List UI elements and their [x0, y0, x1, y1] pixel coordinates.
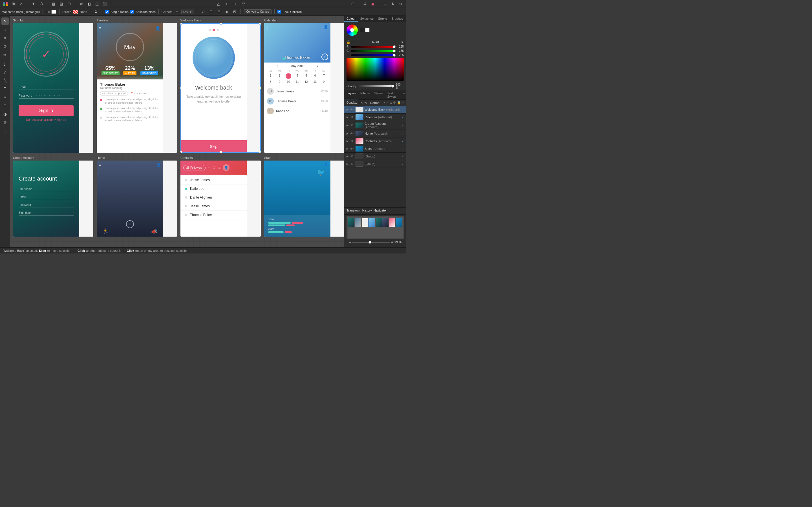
cal-day-9[interactable]: 9 [275, 79, 284, 84]
layer-check-7[interactable]: ✓ [402, 155, 404, 158]
contacts-content[interactable]: 25 Followers + ♡ ≡ 👤 Jesse James [181, 161, 261, 237]
layer-stats[interactable]: ▶ 👁 Stats (Artboard) ✓ [344, 145, 406, 153]
brush-tool[interactable]: ∫ [1, 60, 9, 67]
signin-button[interactable]: Sign in [18, 105, 73, 116]
grid-icon[interactable]: ⊞ [10, 1, 16, 7]
opacity-slider[interactable] [358, 86, 394, 87]
corner-style[interactable]: ⌐ [173, 9, 180, 15]
rect-tool[interactable]: □ [1, 102, 9, 109]
layer-lock-icon[interactable]: 🔒 [397, 101, 401, 105]
contact-jesse-james[interactable]: Jesse James [181, 176, 247, 184]
zoom-slider[interactable] [352, 242, 390, 243]
layer-check-3[interactable]: ✓ [402, 124, 404, 127]
rgb-lock-icon[interactable]: 🔒 [347, 40, 350, 44]
layer-vis-6[interactable]: 👁 [350, 147, 354, 151]
cal-add-btn[interactable]: + [321, 54, 328, 60]
home-menu-icon[interactable]: ≡ [99, 163, 101, 167]
layer-vis-5[interactable]: 👁 [350, 139, 354, 143]
text-tool[interactable]: T [1, 85, 9, 93]
colour-wheel[interactable] [347, 24, 358, 36]
insert-icon[interactable]: ⊕ [78, 1, 84, 7]
corner-opts3[interactable]: ⊞ [216, 9, 222, 15]
tab-effects[interactable]: Effects [358, 91, 372, 100]
tab-navigator[interactable]: Navigator [373, 209, 387, 212]
tab-brushes[interactable]: Brushes [389, 16, 405, 22]
cal-day-1[interactable]: 1 [266, 73, 275, 79]
create-account-content[interactable]: ← Create account User name Email Passwor… [13, 161, 93, 237]
blend-mode-val[interactable]: Normal [370, 101, 380, 105]
cal-day-14[interactable]: 14 [320, 79, 328, 84]
layer-add-icon[interactable]: + [384, 101, 385, 105]
signin-content[interactable]: ✓ Email • • • • • • • • • • Password • •… [13, 23, 93, 153]
layer-vis-2[interactable]: 👁 [350, 115, 354, 119]
paint-tool[interactable]: ✏ [1, 51, 9, 59]
tab-transform[interactable]: Transform [347, 209, 361, 212]
layer-contacts[interactable]: ▶ 👁 Contacts (Artboard) ✓ [344, 137, 406, 145]
gradient-tool[interactable]: ◑ [1, 110, 9, 118]
align4-icon[interactable]: ▽ [241, 1, 247, 7]
layer-expand-7[interactable]: ▶ [347, 155, 349, 158]
followers-btn[interactable]: 25 Followers [183, 165, 206, 170]
layer-check-1[interactable]: ✓ [402, 108, 404, 111]
rgb-mode-label[interactable]: RGB [372, 41, 379, 44]
contacts-menu-icon[interactable]: ≡ [218, 165, 220, 170]
layer-expand-2[interactable]: ▶ [347, 116, 349, 119]
contact-katie-lee[interactable]: Katie Lee [181, 184, 247, 193]
layer-vis-7[interactable]: 👁 [350, 155, 354, 158]
layer-home[interactable]: ▶ 👁 Home (Artboard) ✓ [344, 130, 406, 137]
layer-vis-4[interactable]: 👁 [350, 132, 354, 135]
cal-day-10[interactable]: 10 [284, 79, 293, 84]
cal-day-6[interactable]: 6 [311, 73, 319, 79]
layer-check-2[interactable]: ✓ [402, 116, 404, 119]
swatch-white[interactable] [365, 28, 370, 33]
cal-day-3[interactable]: 3 [286, 73, 291, 79]
single-radius-check[interactable] [105, 10, 109, 13]
layer-expand-3[interactable]: ▶ [347, 124, 349, 127]
tab-swatches[interactable]: Swatches [358, 16, 376, 22]
grid4-icon[interactable]: ⊡ [66, 1, 72, 7]
shape-tool[interactable]: △ [1, 94, 9, 101]
layer-expand-5[interactable]: ▶ [347, 140, 349, 143]
tab-text-styles[interactable]: Text Styles [385, 91, 402, 100]
r-slider[interactable] [351, 46, 396, 48]
cal-day-13[interactable]: 13 [311, 79, 319, 84]
select-tool[interactable]: ↖ [1, 17, 9, 25]
cal-back-icon[interactable]: ‹ [266, 25, 268, 30]
ca-back-icon[interactable]: ← [18, 166, 23, 171]
panel-settings-icon[interactable]: ≡ [405, 16, 406, 22]
corner-opts[interactable]: ⊙ [200, 9, 206, 15]
corner-opts5[interactable]: ⊠ [232, 9, 238, 15]
tab-styles[interactable]: Styles [372, 91, 385, 100]
layer-check-8[interactable]: ✓ [402, 163, 404, 166]
node-tool[interactable]: ◇ [1, 26, 9, 33]
layers-settings-icon[interactable]: ≡ [403, 92, 405, 98]
home-user-icon[interactable]: 👤 [156, 163, 161, 167]
corner-opts4[interactable]: ◈ [223, 9, 230, 15]
layer-group-1[interactable]: ▶ 👁 (Group) ✓ [344, 153, 406, 160]
layer-vis-8[interactable]: 👁 [350, 162, 354, 166]
palette-icon[interactable]: ◉ [370, 1, 376, 7]
layer-expand-6[interactable]: ▶ [347, 147, 349, 150]
cal-day-12[interactable]: 12 [302, 79, 310, 84]
layer-expand-4[interactable]: ▶ [347, 132, 349, 135]
layer-group-2[interactable]: ▶ 👁 (Group) ✓ [344, 160, 406, 168]
zoom-icon[interactable]: ⊙ [382, 1, 388, 7]
welcomeback-content[interactable]: Welcome back Take a quick look at all th… [181, 23, 261, 153]
lock-children-check[interactable] [277, 10, 281, 13]
cal-prev[interactable]: ‹ [267, 64, 287, 68]
layer-expand-1[interactable]: ▶ [347, 108, 349, 111]
fill-swatch[interactable] [51, 10, 56, 14]
layer-vis-1[interactable]: 👁 [350, 108, 354, 111]
stroke-swatch[interactable] [73, 10, 78, 14]
footer-link[interactable]: Sign up [56, 118, 66, 121]
g-slider[interactable] [351, 50, 396, 52]
tl-user-icon[interactable]: 👤 [155, 25, 161, 31]
skip-btn[interactable]: Skip [181, 140, 247, 153]
zoom-canvas-tool[interactable]: ⊕ [1, 119, 9, 126]
pencil-tool[interactable]: ╱ [1, 68, 9, 75]
fill-tool[interactable]: ⊘ [1, 43, 9, 50]
help-icon[interactable]: ⊕ [398, 1, 404, 7]
colour-spectrum[interactable] [347, 58, 404, 81]
home-add-btn[interactable]: + [126, 220, 134, 228]
layer-create-account[interactable]: ▶ 👁 Create Account (Artboard) ✓ [344, 121, 406, 130]
